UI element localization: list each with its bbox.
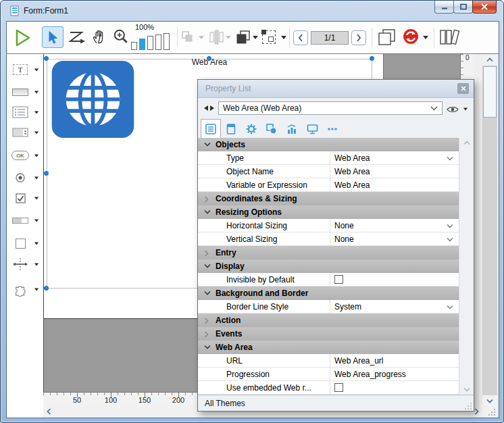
section-coordinates-sizing[interactable]: Coordinates & Sizing [198,192,459,205]
tab-display[interactable] [302,120,322,138]
level-dropdown-caret[interactable] [253,36,258,39]
tool-rectangle-button[interactable] [9,234,42,252]
previous-object-icon[interactable] [204,105,208,111]
section-display[interactable]: Display [198,259,459,273]
tool-dropdown-caret[interactable] [34,154,39,157]
property-tab-bar [198,118,474,138]
level-objects-button[interactable] [235,29,251,45]
run-form-button[interactable] [15,28,31,47]
pan-tool-button[interactable] [91,28,108,45]
maximize-button[interactable] [453,1,473,14]
tool-plugin-button[interactable] [9,280,42,298]
scroll-down-button[interactable] [482,395,497,407]
object-selector-dropdown[interactable]: Web Area (Web Area) [218,101,443,115]
data-source-dropdown-caret[interactable] [423,36,428,39]
tool-checkbox-button[interactable] [9,189,42,207]
selection-handle[interactable] [44,56,49,61]
tool-dropdown-caret[interactable] [34,131,39,134]
section-background-border[interactable]: Background and Border [198,287,459,300]
tool-dropdown-caret[interactable] [34,242,39,245]
zoom-bar[interactable] [147,36,153,50]
zoom-tool-button[interactable] [112,28,130,45]
panel-resize-grip-icon[interactable] [465,402,472,409]
tool-dropdown-caret[interactable] [34,68,39,71]
tool-dropdown-caret[interactable] [34,288,39,291]
scroll-up-button[interactable] [482,54,497,66]
tool-listbox-button[interactable] [9,103,42,121]
tool-combobox-button[interactable] [9,124,42,141]
section-web-area[interactable]: Web Area [198,341,459,354]
property-value[interactable]: Web Area [334,180,370,190]
property-value[interactable]: Web Area_url [334,356,384,366]
property-value[interactable]: Web Area_progress [334,370,406,379]
object-navigation[interactable] [204,105,214,111]
section-events[interactable]: Events [198,327,459,341]
manage-pages-button[interactable] [377,28,396,46]
entry-order-tool-button[interactable] [68,30,86,45]
next-page-button[interactable] [351,30,366,45]
tool-dropdown-caret[interactable] [34,263,39,266]
selection-handle[interactable] [370,56,374,61]
tab-object[interactable] [221,120,241,138]
selection-handle[interactable] [44,286,49,291]
zoom-bar[interactable] [155,34,161,50]
zoom-bar-selected[interactable] [139,39,145,50]
next-object-icon[interactable] [210,105,214,111]
distribute-objects-button [208,29,224,45]
tool-input-button[interactable] [9,83,42,101]
section-entry[interactable]: Entry [198,246,459,259]
tool-text-button[interactable]: T [9,61,42,78]
window-resize-grip[interactable] [482,407,497,417]
property-value[interactable]: None [334,221,354,230]
align-objects-button [181,30,196,44]
tab-more[interactable] [322,120,343,138]
group-selection-button[interactable] [262,30,276,44]
tool-splitter-button[interactable] [9,255,42,273]
previous-page-button[interactable] [293,30,308,45]
scroll-left-button[interactable] [43,405,55,417]
view-filter-button[interactable] [447,104,459,116]
section-action[interactable]: Action [198,314,459,327]
select-tool-button[interactable] [42,26,64,48]
vertical-scroll-thumb[interactable] [483,66,497,118]
embedded-web-checkbox[interactable] [334,383,343,392]
tool-radio-button[interactable] [9,169,42,186]
library-button[interactable] [439,28,461,46]
property-list-close-button[interactable] [457,83,469,94]
monitor-icon [307,124,318,134]
tool-dropdown-caret[interactable] [34,219,39,222]
property-list-titlebar[interactable]: Property List [198,80,474,98]
ruler-label: 100 [105,396,117,404]
close-button[interactable] [472,1,497,14]
tool-dropdown-caret[interactable] [34,197,39,199]
selection-handle[interactable] [44,171,49,176]
tool-dropdown-caret[interactable] [34,111,39,114]
tab-appearance[interactable] [261,120,282,138]
section-resizing-options[interactable]: Resizing Options [198,205,459,219]
view-filter-caret[interactable] [463,107,468,111]
tab-chart[interactable] [282,120,302,138]
tool-dropdown-caret[interactable] [34,91,39,93]
zoom-level-widget[interactable]: 100% [130,23,174,53]
group-dropdown-caret[interactable] [281,36,286,39]
vertical-scrollbar[interactable] [482,54,497,407]
zoom-bar[interactable] [163,33,170,50]
tool-progress-button[interactable] [9,211,42,229]
selection-handle[interactable] [207,56,211,61]
property-grid-scrollbar[interactable] [459,138,474,395]
tool-dropdown-caret[interactable] [34,176,39,179]
section-objects[interactable]: Objects [198,138,459,151]
property-value[interactable]: Web Area [334,153,370,163]
tab-settings[interactable] [241,120,261,138]
title-bar[interactable]: Form:Form1 [1,1,503,21]
invisible-default-checkbox[interactable] [334,275,343,284]
tab-all-properties[interactable] [201,119,221,138]
zoom-bar[interactable] [131,42,137,50]
property-value[interactable]: System [334,302,361,312]
tool-button-button[interactable]: OK [9,147,42,164]
zoom-bars[interactable] [131,33,170,50]
minimize-button[interactable] [434,1,454,14]
property-value[interactable]: None [334,234,354,244]
data-source-button[interactable] [403,28,419,45]
property-value[interactable]: Web Area [334,167,370,176]
